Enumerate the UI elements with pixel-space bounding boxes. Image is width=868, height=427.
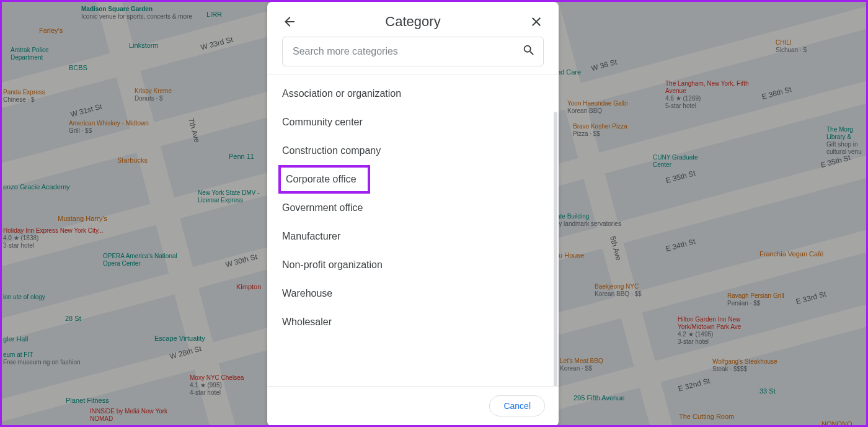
category-item[interactable]: Warehouse: [267, 279, 559, 308]
category-item[interactable]: Association or organization: [267, 79, 559, 108]
category-item[interactable]: Government office: [267, 194, 559, 222]
category-item[interactable]: Non-profit organization: [267, 251, 559, 279]
category-list[interactable]: Association or organization Community ce…: [267, 74, 559, 386]
modal-title: Category: [385, 14, 440, 30]
search-box[interactable]: [282, 37, 544, 66]
search-icon: [522, 43, 536, 60]
arrow-left-icon: [282, 14, 297, 29]
category-item-highlighted[interactable]: Corporate office: [278, 165, 370, 194]
back-button[interactable]: [280, 12, 299, 32]
category-modal: Category Association or organization Com…: [267, 2, 559, 426]
scrollbar[interactable]: [554, 112, 557, 386]
close-icon: [529, 14, 544, 29]
category-item[interactable]: Community center: [267, 108, 559, 137]
category-item[interactable]: Manufacturer: [267, 222, 559, 251]
category-item[interactable]: Construction company: [267, 137, 559, 165]
category-item[interactable]: Wholesaler: [267, 308, 559, 336]
close-button[interactable]: [526, 12, 546, 32]
search-input[interactable]: [293, 46, 522, 57]
cancel-button[interactable]: Cancel: [489, 395, 545, 416]
